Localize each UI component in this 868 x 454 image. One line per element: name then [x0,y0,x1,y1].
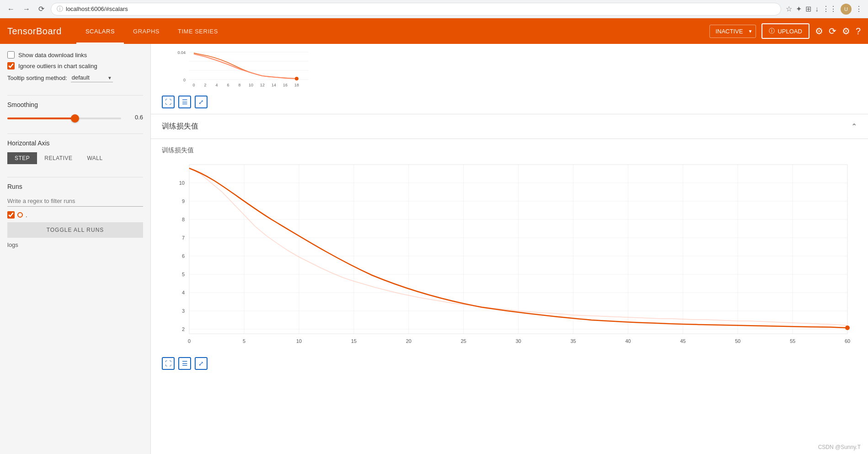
svg-text:45: 45 [680,338,686,344]
svg-text:35: 35 [570,338,576,344]
forward-button[interactable]: → [21,4,32,14]
ignore-outliers-label: Ignore outliers in chart scaling [18,63,97,69]
browser-chrome: ← → ⟳ ⓘ localhost:6006/#scalars ☆ ✦ ⊞ ↓ … [0,0,868,18]
svg-text:0: 0 [188,338,191,344]
axis-step-button[interactable]: STEP [7,152,37,164]
gear-icon[interactable]: ⚙ [842,26,850,37]
watermark: CSDN @Sunny.T [818,444,861,450]
show-data-links-checkbox[interactable] [7,51,15,59]
smoothing-value: 0.6 [127,114,143,121]
chart-collapse-button[interactable]: ⌃ [851,122,857,131]
svg-text:55: 55 [790,338,795,344]
bookmark2-icon[interactable]: ✦ [796,5,802,13]
svg-text:16: 16 [283,83,288,87]
svg-text:10: 10 [249,83,253,87]
url-bar: ⓘ localhost:6006/#scalars [51,3,781,16]
refresh-icon[interactable]: ⟳ [829,26,836,37]
list-icon-btn-main[interactable]: ☰ [178,357,191,370]
download-icon[interactable]: ↓ [815,5,819,13]
main-content: 0.04 0 0 2 4 6 8 10 12 14 16 18 [151,44,868,454]
runs-filter-input[interactable] [7,196,143,207]
list-icon-btn-top[interactable]: ☰ [178,96,191,108]
run-dot-icon [17,212,23,218]
runs-title: Runs [7,183,143,190]
svg-text:20: 20 [406,338,411,344]
nav-time-series[interactable]: TIME SERIES [169,18,227,44]
upload-label: UPLOAD [777,28,802,35]
top-chart-section: 0.04 0 0 2 4 6 8 10 12 14 16 18 [151,44,868,114]
svg-text:10: 10 [296,338,302,344]
svg-text:30: 30 [516,338,521,344]
toggle-all-runs-button[interactable]: TOGGLE ALL RUNS [7,222,143,238]
svg-text:12: 12 [260,83,265,87]
svg-text:7: 7 [182,235,185,240]
back-button[interactable]: ← [5,4,16,14]
svg-text:40: 40 [625,338,631,344]
main-chart-section: 训练损失值 ⌃ 训练损失值 [151,114,868,377]
ignore-outliers-row: Ignore outliers in chart scaling [7,62,143,69]
tb-header: TensorBoard SCALARS GRAPHS TIME SERIES I… [0,18,868,44]
svg-text:9: 9 [182,198,185,204]
tooltip-row: Tooltip sorting method: default alphabet… [7,73,143,82]
svg-text:60: 60 [845,338,850,344]
divider-3 [7,177,143,177]
mini-chart-svg: 0.04 0 0 2 4 6 8 10 12 14 16 18 [162,48,317,89]
menu-icon[interactable]: ⋮ [855,5,863,13]
top-chart-icons-row: ⛶ ☰ ⤢ [162,96,857,108]
tb-nav: SCALARS GRAPHS TIME SERIES [76,18,227,44]
expand-icon-btn-top[interactable]: ⛶ [162,96,175,108]
svg-point-16 [295,77,298,80]
divider-1 [7,95,143,96]
run-checkbox[interactable] [7,211,15,219]
status-select[interactable]: INACTIVE ACTIVE [709,25,756,38]
axis-section: Horizontal Axis STEP RELATIVE WALL [7,139,143,164]
smoothing-row: 0.6 [7,114,143,121]
axis-wall-button[interactable]: WALL [80,152,110,164]
apps-icon[interactable]: ⋮⋮ [822,5,837,13]
chart-header-title: 训练损失值 [162,122,851,131]
url-text: localhost:6006/#scalars [66,5,128,12]
ignore-outliers-checkbox[interactable] [7,62,15,69]
smoothing-section: Smoothing 0.6 [7,101,143,121]
svg-text:25: 25 [461,338,466,344]
axis-buttons: STEP RELATIVE WALL [7,152,143,164]
tooltip-select[interactable]: default alphabetical descending ascendin… [71,73,113,82]
smoothing-slider[interactable] [7,118,121,119]
extension-icon[interactable]: ⊞ [805,5,811,13]
show-data-links-label: Show data download links [18,52,87,59]
nav-graphs[interactable]: GRAPHS [124,18,169,44]
svg-text:18: 18 [294,83,299,87]
logs-label: logs [7,241,18,248]
run-dot-label: . [26,212,27,219]
chart-header[interactable]: 训练损失值 ⌃ [151,114,868,139]
chart-body: 训练损失值 [151,139,868,377]
axis-relative-button[interactable]: RELATIVE [37,152,80,164]
svg-point-64 [845,326,850,330]
svg-text:2: 2 [182,326,185,332]
svg-text:8: 8 [238,83,240,87]
svg-text:15: 15 [351,338,357,344]
svg-text:0.04: 0.04 [177,50,186,55]
tooltip-select-wrapper: default alphabetical descending ascendin… [71,73,113,82]
upload-button[interactable]: ⓘ UPLOAD [761,23,809,39]
help-icon[interactable]: ? [856,26,861,37]
fit-icon-btn-main[interactable]: ⤢ [195,357,208,370]
svg-text:3: 3 [182,308,185,314]
runs-section: Runs . TOGGLE ALL RUNS logs [7,183,143,248]
svg-text:0: 0 [192,83,195,87]
nav-scalars[interactable]: SCALARS [76,18,124,44]
reload-button[interactable]: ⟳ [37,4,46,14]
main-chart-icons-row: ⛶ ☰ ⤢ [162,357,857,370]
divider-2 [7,134,143,134]
settings-gear-icon[interactable]: ⚙ [815,26,823,37]
svg-text:8: 8 [182,217,185,222]
mini-chart-container: 0.04 0 0 2 4 6 8 10 12 14 16 18 [162,44,857,94]
avatar[interactable]: U [841,4,852,15]
expand-icon-btn-main[interactable]: ⛶ [162,357,175,370]
svg-text:4: 4 [182,290,185,295]
axis-title: Horizontal Axis [7,139,143,147]
fit-icon-btn-top[interactable]: ⤢ [195,96,208,108]
bookmark-icon[interactable]: ☆ [786,5,792,13]
smoothing-slider-container [7,114,121,121]
svg-text:2: 2 [204,83,206,87]
